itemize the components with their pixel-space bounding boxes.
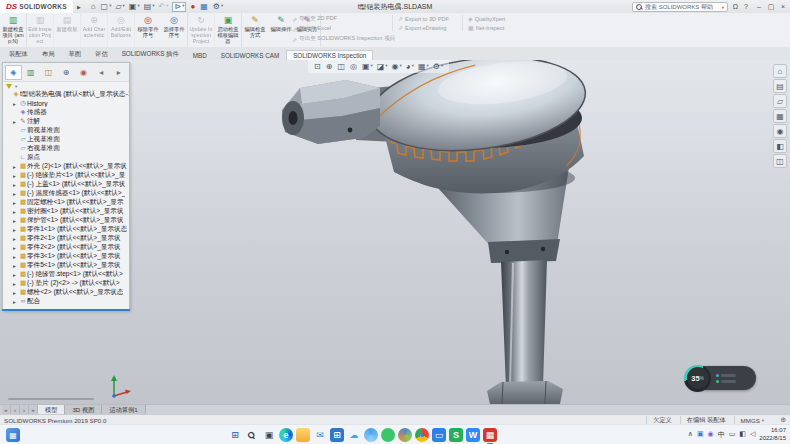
tree-item[interactable]: ▩ 零件3<1> (默认<<默认>_显示状 <box>3 252 129 261</box>
headsup-caret-icon[interactable]: ▾ <box>441 64 443 69</box>
apply-scene-icon[interactable]: ▦ ▾ <box>418 63 429 71</box>
qa-file-properties-icon[interactable]: ▦ <box>200 3 209 11</box>
widgets-button[interactable]: ▦ <box>6 428 20 442</box>
tree-item[interactable]: ▱ 前视基准面 <box>3 126 129 135</box>
file-explorer-icon[interactable]: ▱ <box>773 94 787 108</box>
model-hex-nut[interactable] <box>487 381 563 404</box>
status-caret-icon[interactable]: ▾ <box>762 418 764 423</box>
taskbar-app-store[interactable]: ⊞ <box>330 428 344 442</box>
featuremanager-tab[interactable]: ◈ <box>5 65 22 80</box>
tree-item[interactable]: ▱ 右视基准面 <box>3 144 129 153</box>
tree-item[interactable]: ▩ (-) 上盖<1> (默认<<默认>_显示状 <box>3 180 129 189</box>
help-search-box[interactable]: 搜索 SOLIDWORKS 帮助 ▾ <box>632 2 728 12</box>
export-3d-pdf[interactable]: ⇗ Export to 3D PDF <box>398 15 462 22</box>
logo-expander-icon[interactable]: ▶ <box>77 4 81 10</box>
tree-root-item[interactable]: ◈ t型铠装热电偶 (默认<默认_显示状态-1 <box>3 90 129 99</box>
tray-defender-icon[interactable]: ▣ <box>697 430 704 440</box>
taskbar-app-color-wheel[interactable] <box>398 428 412 442</box>
taskbar-app-wps[interactable]: W <box>466 428 480 442</box>
zoom-fit-icon[interactable]: ⊡ <box>314 63 322 71</box>
tree-item[interactable]: ▩ (-) 绝缘管.step<1> (默认<<默认> <box>3 270 129 279</box>
headsup-caret-icon[interactable]: ▾ <box>400 64 402 69</box>
graphics-viewport[interactable]: ⊡ ⊕ ◫ ◎ ▣ ▾ ◪ ▾ ◉ ▾ ◕ ▾ ▦ ▾ ⚙ ▾ ⌂ ▤ ▱ ▦ … <box>0 60 790 404</box>
qa-home-icon[interactable]: ⌂ <box>91 3 97 11</box>
headsup-caret-icon[interactable]: ▾ <box>427 64 429 69</box>
minimize-button[interactable]: – <box>754 3 764 11</box>
displaymanager-tab[interactable]: ◉ <box>75 65 92 80</box>
forum-icon[interactable]: ◫ <box>773 154 787 168</box>
headsup-caret-icon[interactable]: ▾ <box>371 64 373 69</box>
taskbar-app-chrome[interactable]: ● <box>415 428 429 442</box>
taskbar-app-mail[interactable]: ✉ <box>313 428 327 442</box>
edit-inspection-project-button[interactable]: ▥ Edit Inspection Project <box>27 13 54 47</box>
model-collar[interactable] <box>488 239 560 263</box>
tree-item[interactable]: ▩ (-) 温度传感器<1> (默认<<默认>_ <box>3 189 129 198</box>
qa-caret-icon[interactable]: ▾ <box>109 4 111 9</box>
taskbar-app-s-green[interactable]: S <box>449 428 463 442</box>
taskbar-app-green-dot[interactable] <box>381 428 395 442</box>
taskbar-app-swirl[interactable] <box>364 428 378 442</box>
tree-item[interactable]: ◈ 传感器 <box>3 108 129 117</box>
edit-appearance-icon[interactable]: ◕ ▾ <box>406 63 414 71</box>
qa-caret-icon[interactable]: ▾ <box>182 4 184 9</box>
tree-item[interactable]: ▩ (-) 垫片 (2)<2> -> (默认<<默认> <box>3 279 129 288</box>
performance-widget[interactable]: 35 % <box>686 366 756 390</box>
qa-undo-icon[interactable]: ↶ ▾ <box>159 3 169 11</box>
tree-item[interactable]: ✎ 注解 <box>3 117 129 126</box>
qa-save-icon[interactable]: ▣ ▾ <box>129 3 140 11</box>
taskbar-app-search[interactable]: Ϙ <box>245 428 259 442</box>
add-characteristic-button[interactable]: ⊕ Add Characteristic <box>81 13 108 47</box>
tab-sw-cam[interactable]: SOLIDWORKS CAM <box>214 50 286 60</box>
export-sw-inspection[interactable]: ⇗ 导出至 SOLIDWORKS Inspection 项目 <box>292 35 388 43</box>
qa-new-document-icon[interactable]: ▢ ▾ <box>101 3 112 11</box>
tree-item[interactable]: ▩ 固定螺栓<1> (默认<<默认>_显示 <box>3 198 129 207</box>
clock[interactable]: 16:07 2022/8/15 <box>759 427 786 443</box>
help-icon[interactable]: ? <box>744 3 748 10</box>
taskbar-app-edge[interactable]: e <box>279 428 293 442</box>
add-edit-balloons-button[interactable]: ◎ Add/Edit Balloons <box>108 13 135 47</box>
qa-performance-icon[interactable]: ● <box>190 3 196 11</box>
tray-ime[interactable]: 中 <box>718 430 725 440</box>
headsup-caret-icon[interactable]: ▾ <box>385 64 387 69</box>
configurationmanager-tab[interactable]: ◫ <box>40 65 57 80</box>
tree-item[interactable]: ▩ 零件2<2> (默认<<默认>_显示状 <box>3 243 129 252</box>
taskbar-app-start[interactable]: ⊞ <box>228 428 242 442</box>
tab-sketch[interactable]: 草图 <box>61 48 88 60</box>
maximize-button[interactable]: ▢ <box>766 3 776 11</box>
qa-caret-icon[interactable]: ▾ <box>152 4 154 9</box>
export-edrawing[interactable]: ⇗ Export eDrawing <box>398 24 462 31</box>
tray-expand-icon[interactable]: ∧ <box>688 430 693 440</box>
view-palette-icon[interactable]: ▦ <box>773 109 787 123</box>
tray-volume-icon[interactable]: ◁ <box>750 430 755 440</box>
panel-splitter[interactable] <box>2 309 130 311</box>
qa-caret-icon[interactable]: ▾ <box>123 4 125 9</box>
qa-open-icon[interactable]: ▱ ▾ <box>115 3 124 11</box>
propertymanager-tab[interactable]: ▥ <box>23 65 40 80</box>
tree-item[interactable]: ▩ 零件1<1> (默认<<默认>_显示状态 <box>3 225 129 234</box>
tree-item[interactable]: ▱ 上视基准面 <box>3 135 129 144</box>
close-button[interactable]: × <box>778 3 788 11</box>
tab-mbd[interactable]: MBD <box>186 50 214 60</box>
tab-evaluate[interactable]: 评估 <box>88 48 115 60</box>
tree-item[interactable]: ▩ 螺栓<2> (默认<<默认>_显示状态 <box>3 288 129 297</box>
edit-operation-button[interactable]: ✎ 编辑操作 <box>268 13 294 47</box>
tree-item[interactable]: ▩ 零件2<1> (默认<<默认>_显示状 <box>3 234 129 243</box>
tab-assembly[interactable]: 装配体 <box>2 48 35 60</box>
tab-addins[interactable]: SOLIDWORKS 插件 <box>115 48 186 60</box>
panel-scroll-right[interactable]: ▸ <box>110 65 127 80</box>
tray-network-icon[interactable]: ◧ <box>739 430 746 440</box>
taskbar-app-explorer[interactable] <box>296 428 310 442</box>
hide-show-items-icon[interactable]: ◉ ▾ <box>392 63 402 71</box>
launch-template-editor-button[interactable]: ▣ 启动检查模板编辑器 <box>215 13 242 47</box>
qualityxpert[interactable]: ◈ QualityXpert <box>468 15 528 22</box>
view-settings-icon[interactable]: ⚙ ▾ <box>433 63 443 71</box>
tray-app-icon[interactable]: ◉ <box>708 430 714 440</box>
qa-caret-icon[interactable]: ▾ <box>221 4 223 9</box>
qa-caret-icon[interactable]: ▾ <box>137 4 139 9</box>
annotation-view-icon[interactable]: ◎ <box>350 63 358 71</box>
tab-sw-inspection[interactable]: SOLIDWORKS Inspection <box>286 50 373 60</box>
section-view-icon[interactable]: ◫ <box>337 63 346 71</box>
update-inspection-project-button[interactable]: ↻ Update Inspection Project <box>188 13 215 47</box>
new-template-button[interactable]: ▤ 新建模板 <box>54 13 81 47</box>
taskbar-app-solidworks[interactable]: ▦ <box>483 428 497 442</box>
